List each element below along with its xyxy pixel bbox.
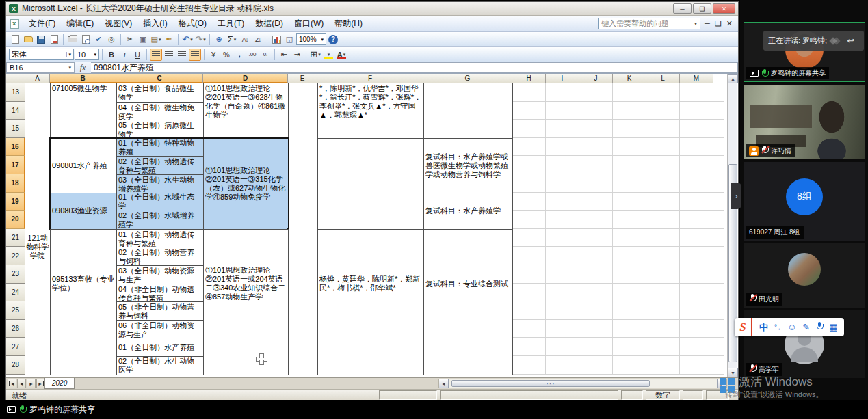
fx-icon[interactable]: fx <box>75 62 91 73</box>
fill-color-button[interactable] <box>322 49 334 61</box>
cell-B19[interactable]: 090803渔业资源 <box>50 193 117 230</box>
col-header-E[interactable]: E <box>288 74 317 83</box>
ime-handwriting-icon[interactable] <box>802 322 810 332</box>
autosum-dropdown-icon[interactable] <box>234 37 237 42</box>
cell-C21[interactable]: 01（全日制）动物遗传育种与繁殖 <box>116 229 204 248</box>
next-sheet-button[interactable] <box>27 379 36 388</box>
scroll-left-icon[interactable] <box>439 379 449 388</box>
col-header-D[interactable]: D <box>203 74 288 83</box>
save-button[interactable] <box>35 33 47 46</box>
menu-help[interactable]: 帮助(H) <box>329 16 368 31</box>
redo-dropdown-icon[interactable] <box>203 37 206 42</box>
merge-center-button[interactable] <box>189 49 201 61</box>
row-header-19[interactable]: 19 <box>6 193 25 211</box>
col-header-I[interactable]: I <box>546 74 579 83</box>
name-box-dropdown-icon[interactable] <box>66 65 71 70</box>
open-button[interactable] <box>22 33 34 46</box>
menu-view[interactable]: 视图(V) <box>99 16 137 31</box>
horizontal-scrollbar[interactable] <box>438 379 727 388</box>
cell-F27[interactable] <box>317 338 424 375</box>
row-header-17[interactable]: 17 <box>6 156 25 174</box>
row-header-18[interactable]: 18 <box>6 174 25 193</box>
cell-C28[interactable]: 02（全日制）水生动物医学 <box>116 356 204 375</box>
menu-window[interactable]: 窗口(W) <box>289 16 329 31</box>
horizontal-scroll-thumb[interactable] <box>451 380 650 387</box>
first-sheet-button[interactable] <box>8 379 16 388</box>
spelling-button[interactable] <box>92 33 105 46</box>
cell-C16[interactable]: 01（全日制）特种动物养殖 <box>116 138 204 157</box>
sort-ascending-button[interactable] <box>239 33 251 46</box>
decrease-decimal-button[interactable] <box>259 49 272 61</box>
sheet-tab-2020[interactable]: 2020 <box>44 378 75 389</box>
ime-voice-icon[interactable] <box>816 322 823 331</box>
cell-C24[interactable]: 04（非全日制）动物遗传育种与繁殖 <box>116 284 204 303</box>
cell-C27[interactable]: 01（全日制）水产养殖 <box>116 338 204 357</box>
increase-indent-button[interactable] <box>291 49 303 61</box>
name-box[interactable]: B16 <box>6 62 75 73</box>
minimize-button[interactable] <box>673 3 692 14</box>
ime-emoji-icon[interactable] <box>787 322 796 332</box>
row-header-22[interactable]: 22 <box>6 247 25 265</box>
scroll-down-icon[interactable] <box>728 368 738 377</box>
cell-G27[interactable] <box>423 338 513 375</box>
cell-F16[interactable] <box>317 138 424 230</box>
ime-mode-chinese[interactable]: 中 <box>759 321 768 334</box>
row-header-15[interactable]: 15 <box>6 120 25 138</box>
prev-sheet-button[interactable] <box>17 379 26 388</box>
ime-keyboard-icon[interactable] <box>829 322 837 332</box>
currency-button[interactable] <box>207 49 220 61</box>
new-button[interactable] <box>9 33 21 46</box>
row-header-23[interactable]: 23 <box>6 265 25 284</box>
cell-C14[interactable]: 04（全日制）微生物免疫学 <box>116 102 204 121</box>
fill-color-dropdown-icon[interactable] <box>328 52 330 57</box>
select-all-corner[interactable] <box>6 74 25 83</box>
scroll-up-icon[interactable] <box>728 74 738 83</box>
font-size-dropdown-icon[interactable] <box>92 52 96 57</box>
col-header-C[interactable]: C <box>116 74 203 83</box>
help-search-input[interactable]: 键入需要帮助的问题 <box>598 18 700 29</box>
cell-D16[interactable]: ①101思想政治理论②201英语一③315化学（农）或627动物生物化学④859… <box>203 138 289 230</box>
cell-C26[interactable]: 06（非全日制）动物资源与生产 <box>116 320 204 339</box>
copy-button[interactable] <box>137 33 149 46</box>
reply-arrow-icon[interactable] <box>847 36 854 46</box>
underline-button[interactable] <box>131 49 144 61</box>
sort-descending-button[interactable] <box>252 33 264 46</box>
font-size-select[interactable]: 10 <box>75 49 99 60</box>
col-header-F[interactable]: F <box>317 74 423 83</box>
formula-input[interactable]: 090801水产养殖 <box>91 62 738 73</box>
col-header-J[interactable]: J <box>579 74 613 83</box>
print-preview-button[interactable] <box>79 33 92 46</box>
borders-button[interactable] <box>309 49 321 61</box>
row-header-14[interactable]: 14 <box>6 102 25 120</box>
cell-G16[interactable]: 复试科目：水产养殖学或兽医微生物学或动物繁殖学或动物营养与饲料学 <box>423 138 513 193</box>
row-header-24[interactable]: 24 <box>6 284 25 302</box>
col-header-K[interactable]: K <box>613 74 646 83</box>
menu-tools[interactable]: 工具(T) <box>212 16 250 31</box>
panel-collapse-handle[interactable] <box>731 183 741 209</box>
video-tile[interactable]: 许巧情 <box>744 85 865 159</box>
menu-edit[interactable]: 编辑(E) <box>61 16 99 31</box>
workbook-close-button[interactable] <box>726 19 733 28</box>
font-color-dropdown-icon[interactable] <box>343 52 346 57</box>
menu-format[interactable]: 格式(O) <box>173 16 212 31</box>
hyperlink-button[interactable] <box>213 33 225 46</box>
row-header-27[interactable]: 27 <box>6 338 25 356</box>
font-color-button[interactable] <box>335 49 347 61</box>
cell-C22[interactable]: 02（全日制）动物营养与饲料 <box>116 247 204 266</box>
cell-G21[interactable]: 复试科目：专业综合测试 <box>423 229 513 339</box>
col-header-A[interactable]: A <box>25 74 50 83</box>
comma-style-button[interactable] <box>233 49 246 61</box>
col-header-L[interactable]: L <box>646 74 680 83</box>
cell-C23[interactable]: 03（全日制）动物资源与生产 <box>116 265 204 284</box>
undo-button[interactable] <box>181 33 194 46</box>
row-header-25[interactable]: 25 <box>6 301 25 320</box>
zoom-dropdown-icon[interactable] <box>321 37 324 42</box>
video-tile[interactable]: 8组 619027 周江 8组 <box>744 162 865 241</box>
chevron-down-icon[interactable] <box>694 21 697 27</box>
cell-C19[interactable]: 01（全日制）水域生态学 <box>116 193 204 212</box>
menu-file[interactable]: 文件(F) <box>23 16 61 31</box>
cell-C15[interactable]: 05（全日制）病原微生物学 <box>116 120 204 139</box>
drawing-button[interactable] <box>283 33 295 46</box>
ime-punctuation-icon[interactable] <box>774 323 781 332</box>
increase-decimal-button[interactable] <box>246 49 259 61</box>
